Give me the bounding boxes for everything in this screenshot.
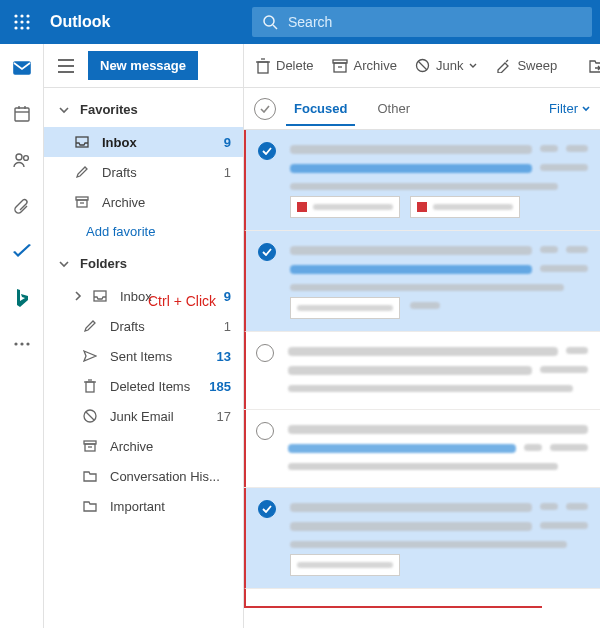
favorites-label: Favorites (80, 102, 138, 117)
bing-icon (15, 288, 29, 308)
fav-inbox[interactable]: Inbox 9 (44, 127, 243, 157)
message-item[interactable] (244, 130, 600, 231)
nav-label: Deleted Items (110, 379, 190, 394)
move-icon (589, 59, 600, 73)
message-pane: Delete Archive Junk Sweep Focused Other … (244, 44, 600, 628)
sweep-icon (495, 58, 511, 73)
chevron-down-icon (58, 104, 70, 116)
send-icon (82, 348, 98, 364)
collapse-pane-button[interactable] (52, 52, 80, 80)
fav-archive[interactable]: Archive (44, 187, 243, 217)
fav-drafts[interactable]: Drafts 1 (44, 157, 243, 187)
message-checkbox[interactable] (258, 500, 276, 518)
tab-focused[interactable]: Focused (286, 91, 355, 126)
attachment[interactable] (290, 297, 400, 319)
message-item[interactable] (244, 332, 600, 410)
rail-mail[interactable] (10, 56, 34, 80)
message-checkbox[interactable] (256, 344, 274, 362)
attachment[interactable] (290, 196, 400, 218)
svg-point-1 (20, 14, 23, 17)
nav-label: Archive (110, 439, 153, 454)
nav-count: 9 (224, 135, 231, 150)
rail-more[interactable] (10, 332, 34, 356)
message-checkbox[interactable] (256, 422, 274, 440)
delete-button[interactable]: Delete (254, 54, 316, 78)
nav-count: 1 (224, 165, 231, 180)
svg-rect-12 (15, 108, 29, 121)
rail-todo[interactable] (10, 240, 34, 264)
rail-bing[interactable] (10, 286, 34, 310)
message-item[interactable] (244, 231, 600, 332)
search-box[interactable] (252, 7, 592, 37)
folder-pane-header: New message (44, 44, 243, 88)
folder-junk[interactable]: Junk Email 17 (44, 401, 243, 431)
inbox-icon (92, 288, 108, 304)
nav-label: Inbox (102, 135, 137, 150)
folder-drafts[interactable]: Drafts 1 (44, 311, 243, 341)
filter-button[interactable]: Filter (549, 101, 590, 116)
junk-button[interactable]: Junk (413, 54, 479, 77)
folders-header[interactable]: Folders (44, 246, 243, 281)
check-icon (262, 248, 272, 256)
attachment[interactable] (290, 554, 400, 576)
nav-count: 185 (209, 379, 231, 394)
nav-count: 13 (217, 349, 231, 364)
archive-icon (82, 438, 98, 454)
rail-files[interactable] (10, 194, 34, 218)
move-to-button[interactable] (587, 55, 600, 77)
keyboard-hint: Ctrl + Click (148, 293, 216, 309)
svg-point-0 (14, 14, 17, 17)
nav-label: Sent Items (110, 349, 172, 364)
junk-icon (82, 408, 98, 424)
svg-point-7 (20, 26, 23, 29)
chevron-down-icon (582, 105, 590, 113)
app-launcher-button[interactable] (0, 0, 44, 44)
rail-calendar[interactable] (10, 102, 34, 126)
nav-count: 1 (224, 319, 231, 334)
folder-conversation-history[interactable]: Conversation His... (44, 461, 243, 491)
archive-icon (332, 59, 348, 73)
svg-point-4 (20, 20, 23, 23)
pencil-icon (74, 164, 90, 180)
svg-line-33 (86, 412, 94, 420)
pencil-icon (82, 318, 98, 334)
chevron-down-icon (58, 258, 70, 270)
search-icon (262, 14, 278, 30)
rail-people[interactable] (10, 148, 34, 172)
folder-sent[interactable]: Sent Items 13 (44, 341, 243, 371)
folder-icon (82, 468, 98, 484)
nav-label: Conversation His... (110, 469, 220, 484)
check-icon (262, 505, 272, 513)
folder-deleted[interactable]: Deleted Items 185 (44, 371, 243, 401)
nav-count: 9 (224, 289, 231, 304)
select-all-toggle[interactable] (254, 98, 276, 120)
add-favorite-link[interactable]: Add favorite (44, 217, 243, 246)
folder-important[interactable]: Important (44, 491, 243, 521)
check-icon (260, 105, 270, 113)
svg-point-9 (264, 16, 274, 26)
nav-label: Drafts (110, 319, 145, 334)
svg-point-5 (26, 20, 29, 23)
message-checkbox[interactable] (258, 243, 276, 261)
message-item[interactable] (244, 410, 600, 488)
svg-point-17 (23, 156, 28, 161)
message-item[interactable] (244, 488, 600, 589)
chevron-down-icon (469, 62, 477, 70)
folder-archive[interactable]: Archive (44, 431, 243, 461)
message-checkbox[interactable] (258, 142, 276, 160)
folders-label: Folders (80, 256, 127, 271)
message-list (244, 130, 600, 628)
svg-line-10 (273, 25, 277, 29)
calendar-icon (13, 105, 31, 123)
sweep-button[interactable]: Sweep (493, 54, 559, 77)
nav-label: Junk Email (110, 409, 174, 424)
svg-point-6 (14, 26, 17, 29)
mail-icon (12, 58, 32, 78)
attachment[interactable] (410, 196, 520, 218)
new-message-button[interactable]: New message (88, 51, 198, 80)
check-icon (262, 147, 272, 155)
tab-other[interactable]: Other (369, 91, 418, 126)
favorites-header[interactable]: Favorites (44, 92, 243, 127)
search-input[interactable] (278, 14, 582, 30)
archive-button[interactable]: Archive (330, 54, 399, 77)
